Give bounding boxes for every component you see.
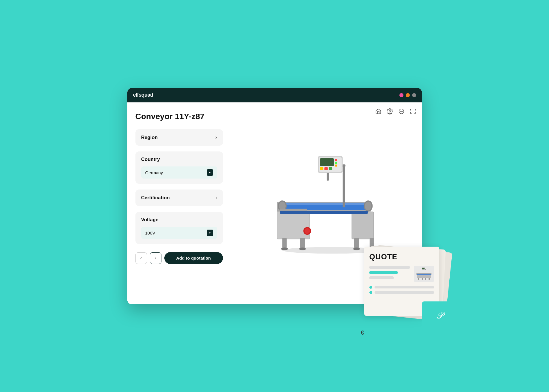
svg-point-0 <box>389 110 391 112</box>
voltage-dropdown-wrapper: 100V ▾ <box>141 227 217 239</box>
euro-symbol: € <box>361 329 364 336</box>
quote-bullet-line-2 <box>375 291 434 294</box>
quote-bullet-line-1 <box>375 286 434 288</box>
voltage-section: Voltage 100V ▾ <box>135 212 223 244</box>
quote-bullet-row-2 <box>369 291 434 294</box>
prev-icon: ‹ <box>140 256 142 261</box>
browser-window: elfsquad Conveyor 11Y-z87 Region › Count… <box>127 88 422 304</box>
svg-rect-16 <box>279 209 307 211</box>
svg-rect-50 <box>422 268 425 269</box>
svg-point-23 <box>281 247 288 250</box>
svg-rect-45 <box>425 278 426 280</box>
country-dropdown-arrow-icon: ▾ <box>207 169 213 176</box>
next-icon: › <box>155 256 156 261</box>
add-to-quotation-button[interactable]: Add to quotation <box>164 252 223 264</box>
svg-rect-41 <box>417 274 431 275</box>
svg-point-18 <box>304 228 310 234</box>
svg-point-36 <box>335 164 337 167</box>
left-panel: Conveyor 11Y-z87 Region › Country German… <box>127 102 231 304</box>
voltage-label: Voltage <box>141 217 159 223</box>
voltage-dropdown[interactable]: 100V ▾ <box>141 227 217 239</box>
voltage-value: 100V <box>145 230 155 235</box>
certification-label: Certification <box>141 195 170 201</box>
svg-rect-44 <box>422 278 423 280</box>
svg-rect-15 <box>280 211 367 214</box>
svg-point-35 <box>335 162 337 164</box>
region-label: Region <box>141 135 158 140</box>
dot-orange <box>406 93 410 97</box>
svg-point-24 <box>299 247 306 250</box>
quote-document-stack: QUOTE <box>347 235 445 322</box>
svg-rect-33 <box>320 158 334 166</box>
quote-line-2 <box>369 271 398 274</box>
svg-rect-10 <box>279 202 368 205</box>
svg-rect-46 <box>429 278 430 280</box>
browser-controls <box>399 93 416 97</box>
browser-content: Conveyor 11Y-z87 Region › Country German… <box>127 102 422 304</box>
dot-gray <box>412 93 416 97</box>
quote-line-1 <box>369 266 410 269</box>
svg-point-14 <box>365 201 371 210</box>
svg-rect-37 <box>320 167 323 170</box>
bottom-navigation: ‹ › Add to quotation <box>135 252 223 264</box>
country-section: Country Germany ▾ <box>135 151 223 184</box>
svg-rect-42 <box>417 275 431 278</box>
country-value: Germany <box>145 170 163 175</box>
svg-rect-27 <box>343 164 345 207</box>
prev-button[interactable]: ‹ <box>135 252 147 264</box>
country-dropdown-wrapper: Germany ▾ <box>141 166 217 179</box>
quote-bullet-row-1 <box>369 286 434 289</box>
certification-chevron-icon: › <box>215 195 217 201</box>
svg-rect-39 <box>329 167 332 170</box>
region-section[interactable]: Region › <box>135 129 223 146</box>
quote-product-thumbnail <box>414 266 434 282</box>
svg-rect-20 <box>300 238 304 249</box>
country-label: Country <box>141 157 160 162</box>
quote-text-lines <box>369 266 410 282</box>
next-button[interactable]: › <box>150 252 161 264</box>
country-dropdown[interactable]: Germany ▾ <box>141 166 217 179</box>
quote-line-3 <box>369 276 394 279</box>
browser-titlebar: elfsquad <box>127 88 422 102</box>
svg-rect-38 <box>324 167 328 170</box>
quote-bullet-list <box>369 286 434 294</box>
signature-card: 𝒫 <box>422 301 457 330</box>
quote-heading: QUOTE <box>369 252 434 261</box>
quote-content-row <box>369 266 434 282</box>
certification-section[interactable]: Certification › <box>135 190 223 206</box>
dot-pink <box>399 93 403 97</box>
product-title: Conveyor 11Y-z87 <box>135 112 223 121</box>
signature-icon: 𝒫 <box>436 310 442 321</box>
svg-rect-19 <box>282 238 286 249</box>
svg-point-34 <box>335 159 337 161</box>
quote-thumbnail-svg <box>415 267 433 280</box>
svg-rect-47 <box>426 269 426 274</box>
svg-rect-43 <box>418 278 419 280</box>
voltage-dropdown-arrow-icon: ▾ <box>207 230 213 236</box>
svg-rect-7 <box>352 212 373 239</box>
quote-bullet-1 <box>369 286 372 289</box>
region-chevron-icon: › <box>215 134 217 140</box>
quote-bullet-2 <box>369 291 372 294</box>
app-logo: elfsquad <box>133 92 153 98</box>
right-panel: QUOTE <box>231 102 422 304</box>
